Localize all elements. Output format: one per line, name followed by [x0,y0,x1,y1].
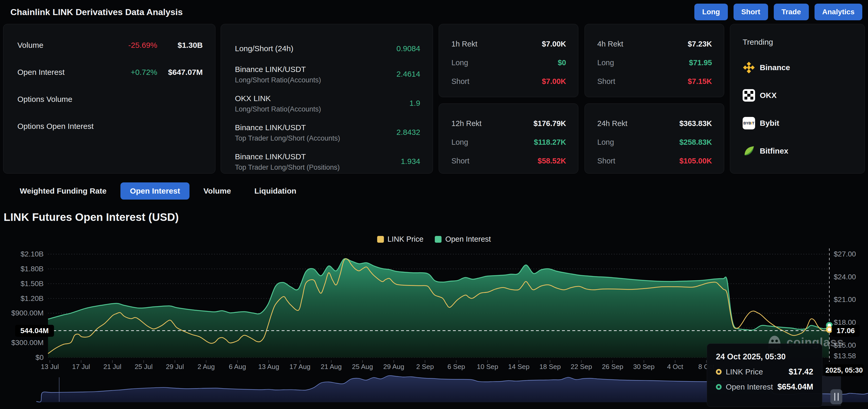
x-axis-label: 25 Aug [352,363,373,371]
tooltip-title: 24 Oct 2025, 05:30 [716,352,813,361]
tooltip-row: Open Interest$654.04M [716,382,813,391]
tooltip-row: LINK Price$17.42 [716,367,813,377]
tooltip-series-value: $654.04M [777,382,813,391]
tooltip-series-label: LINK Price [726,368,763,376]
right-axis-label: $13.58 [834,352,856,360]
x-axis-label: 2 Sep [416,363,434,371]
tooltip-series-label: Open Interest [726,382,773,391]
left-axis-label: $1.20B [2,294,43,303]
x-axis-label: 29 Jul [166,363,184,371]
crosshair-time-pill: 2025, 05:30 [825,364,864,376]
right-axis-label: $24.00 [834,273,856,281]
x-axis-label: 14 Sep [508,363,529,371]
left-axis-label: $2.10B [2,250,43,258]
right-axis-label: $21.00 [834,295,856,304]
x-axis-label: 25 Jul [135,363,153,371]
left-axis-label: $900.00M [2,309,43,317]
tooltip-series-dot [716,384,722,390]
left-axis-label: $1.50B [2,280,43,288]
left-axis-label: $300.00M [2,339,43,347]
tooltip-series-value: $17.42 [788,367,813,377]
x-axis-label: 10 Sep [477,363,498,371]
left-axis-label: $1.80B [2,265,43,273]
x-axis-label: 6 Aug [229,363,246,371]
right-axis-label: $27.00 [834,250,856,258]
chart-tooltip: 24 Oct 2025, 05:30 LINK Price$17.42Open … [707,344,822,407]
x-axis-label: 2 Aug [197,363,215,371]
x-axis-label: 21 Jul [103,363,121,371]
tooltip-series-dot [716,369,722,375]
x-axis-label: 17 Jul [72,363,90,371]
tooltip-rows: LINK Price$17.42Open Interest$654.04M [716,367,813,391]
x-axis-label: 13 Jul [41,363,59,371]
x-axis-label: 17 Aug [289,363,310,371]
x-axis-label: 21 Aug [321,363,342,371]
x-axis-label: 4 Oct [667,363,683,371]
x-axis-label: 18 Sep [539,363,561,371]
x-axis-label: 30 Sep [633,363,654,371]
x-axis-label: 13 Aug [258,363,279,371]
x-axis-label: 6 Sep [447,363,465,371]
open-interest-current-pill: 544.04M [15,325,54,337]
chart-region[interactable]: $2.10B$1.80B$1.50B$1.20B$900.00M$300.00M… [0,0,868,409]
left-axis-label: $0 [2,353,43,362]
x-axis-label: 26 Sep [602,363,623,371]
x-axis-label: 22 Sep [570,363,592,371]
price-current-pill: 17.06 [832,325,860,337]
x-axis-label: 29 Aug [383,363,404,371]
